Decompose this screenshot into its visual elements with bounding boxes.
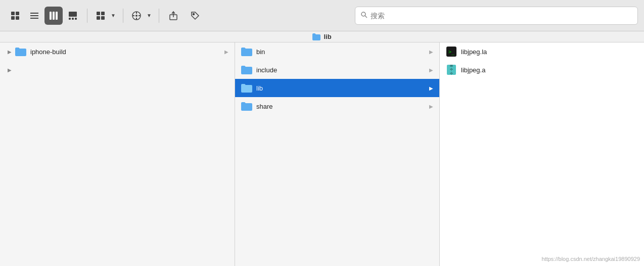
bin-label: bin (256, 48, 429, 56)
la-file-icon: >_ (446, 46, 457, 57)
svg-rect-13 (75, 18, 77, 20)
folder-icon (15, 47, 26, 56)
svg-rect-1 (16, 12, 19, 15)
svg-rect-7 (50, 12, 52, 20)
svg-rect-11 (69, 18, 71, 20)
svg-rect-35 (450, 69, 453, 70)
expand-arrow: ▶ (6, 48, 13, 55)
tag-button[interactable] (186, 7, 205, 25)
svg-rect-20 (136, 12, 137, 14)
svg-line-28 (365, 16, 367, 18)
lib-row[interactable]: lib ▶ (235, 79, 439, 97)
iphone-build-label: iphone-build (30, 48, 224, 56)
svg-rect-9 (56, 12, 58, 20)
libjpeg-a-row[interactable]: libjpeg.a (440, 61, 644, 79)
svg-rect-8 (53, 12, 55, 20)
action-button-with-arrow: ▼ (128, 7, 154, 25)
search-icon (360, 11, 367, 20)
svg-rect-5 (30, 15, 38, 16)
svg-rect-10 (69, 12, 77, 17)
svg-rect-17 (101, 16, 105, 20)
list-item-2[interactable]: ▶ (0, 61, 235, 79)
svg-rect-16 (97, 16, 100, 20)
divider-3 (159, 9, 159, 23)
svg-rect-6 (30, 18, 38, 19)
bin-folder-icon (241, 47, 252, 56)
svg-rect-37 (450, 73, 453, 74)
share-button[interactable] (164, 7, 182, 25)
svg-rect-34 (450, 67, 453, 68)
libjpeg-la-label: libjpeg.la (461, 48, 638, 56)
svg-rect-22 (133, 15, 134, 16)
group-dropdown-button[interactable]: ▼ (109, 7, 118, 25)
svg-rect-4 (30, 13, 38, 14)
svg-rect-23 (139, 15, 140, 16)
action-button[interactable] (128, 7, 145, 25)
list-view-button[interactable] (25, 7, 43, 25)
svg-point-27 (361, 12, 365, 16)
include-chevron-icon: ▶ (429, 67, 433, 73)
watermark: https://blog.csdn.net/zhangkai19890929 (542, 256, 640, 262)
include-label: include (256, 66, 429, 74)
content-area: ▶ iphone-build ▶ ▶ bin ▶ (0, 42, 644, 266)
column-view-button[interactable] (44, 7, 63, 25)
search-box (355, 7, 638, 25)
share-row[interactable]: share ▶ (235, 97, 439, 115)
left-pane: ▶ iphone-build ▶ ▶ (0, 42, 235, 266)
share-label: share (256, 103, 429, 110)
window-title: lib (312, 33, 331, 40)
include-row[interactable]: include ▶ (235, 61, 439, 79)
lib-folder-icon (241, 83, 252, 93)
expand-arrow-2: ▶ (6, 66, 13, 73)
svg-point-19 (135, 15, 137, 17)
svg-rect-36 (450, 71, 453, 72)
middle-pane: bin ▶ include ▶ lib ▶ (235, 42, 440, 266)
svg-rect-3 (16, 16, 19, 20)
svg-point-26 (193, 13, 194, 15)
gallery-view-button[interactable] (64, 7, 82, 25)
search-input[interactable] (371, 12, 632, 20)
svg-rect-12 (72, 18, 74, 20)
action-dropdown-button[interactable]: ▼ (145, 7, 154, 25)
svg-rect-0 (11, 12, 15, 15)
view-buttons-group (6, 7, 82, 25)
right-pane: >_ libjpeg.la libjpeg.a (440, 42, 644, 266)
divider-1 (87, 9, 87, 23)
archive-file-icon (446, 64, 457, 75)
svg-rect-21 (136, 18, 137, 19)
libjpeg-la-row[interactable]: >_ libjpeg.la (440, 42, 644, 61)
svg-text:>_: >_ (448, 49, 455, 55)
icon-view-button[interactable] (6, 7, 24, 25)
svg-rect-15 (101, 12, 105, 15)
lib-chevron-icon: ▶ (429, 85, 433, 91)
divider-2 (123, 9, 123, 23)
svg-rect-2 (11, 16, 15, 20)
share-folder-icon (241, 102, 252, 111)
libjpeg-a-label: libjpeg.a (461, 66, 638, 74)
group-button[interactable] (93, 7, 109, 25)
toolbar: ▼ ▼ (0, 0, 644, 31)
group-button-with-arrow: ▼ (93, 7, 118, 25)
right-chevron-icon: ▶ (224, 49, 228, 55)
title-bar: lib (0, 31, 644, 42)
list-item[interactable]: ▶ iphone-build ▶ (0, 42, 235, 61)
include-folder-icon (241, 65, 252, 74)
bin-row[interactable]: bin ▶ (235, 42, 439, 61)
bin-chevron-icon: ▶ (429, 49, 433, 55)
svg-rect-14 (97, 12, 100, 15)
share-chevron-icon: ▶ (429, 104, 433, 109)
lib-label: lib (256, 84, 429, 92)
